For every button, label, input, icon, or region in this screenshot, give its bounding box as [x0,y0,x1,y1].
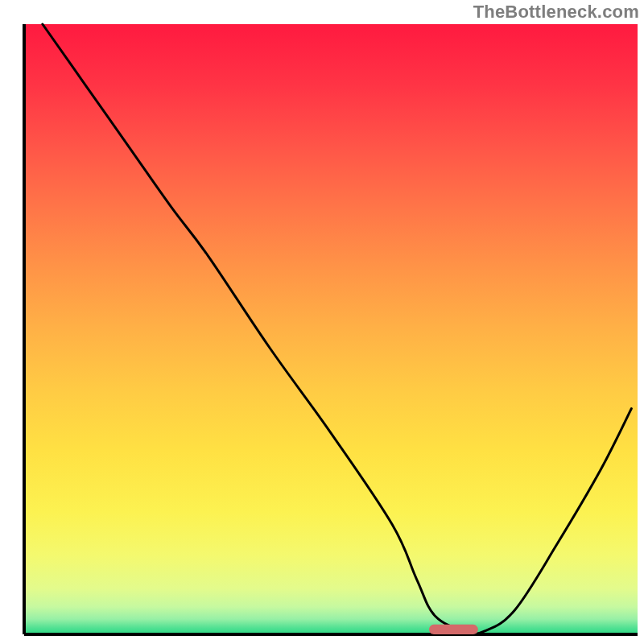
bottleneck-chart [0,0,644,644]
watermark-text: TheBottleneck.com [473,2,639,23]
chart-frame: TheBottleneck.com [0,0,644,644]
optimum-marker [429,625,478,634]
gradient-background [24,24,638,634]
